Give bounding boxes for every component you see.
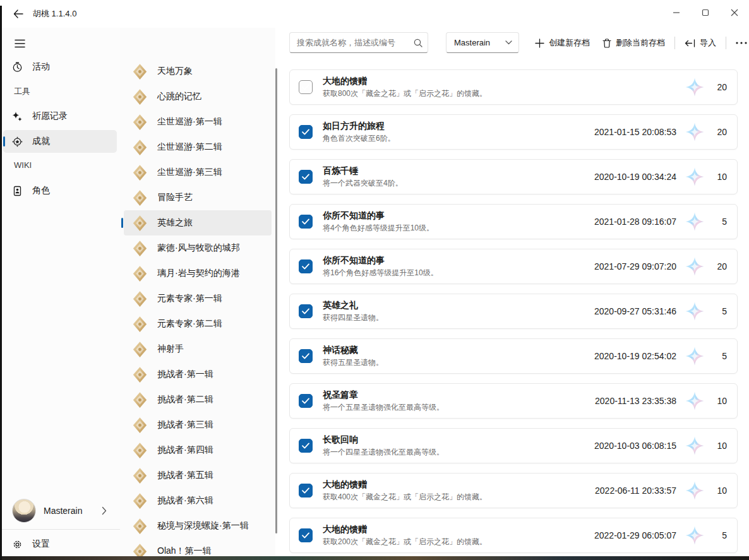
category-emblem-icon bbox=[131, 215, 148, 232]
categories-scrollbar[interactable] bbox=[275, 68, 277, 533]
achievement-checkbox[interactable] bbox=[299, 394, 313, 408]
achievement-text: 大地的馈赠 获取400次「藏金之花」或「启示之花」的馈藏。 bbox=[323, 479, 595, 503]
category-item[interactable]: 蒙德·风与牧歌的城邦 bbox=[124, 235, 272, 261]
search-input[interactable] bbox=[290, 38, 410, 47]
primogem-icon bbox=[685, 391, 704, 410]
achievement-checkbox[interactable] bbox=[299, 304, 313, 318]
category-emblem-icon bbox=[131, 518, 148, 535]
achievement-checkbox[interactable] bbox=[299, 215, 313, 229]
category-item[interactable]: 英雄之旅 bbox=[124, 210, 272, 235]
category-item[interactable]: 挑战者·第二辑 bbox=[124, 387, 272, 412]
checkmark-icon bbox=[302, 129, 309, 135]
category-item[interactable]: 挑战者·第五辑 bbox=[124, 463, 272, 488]
achievement-title: 你所不知道的事 bbox=[323, 210, 594, 222]
category-label: 挑战者·第五辑 bbox=[157, 470, 213, 481]
toolbar-separator bbox=[674, 37, 675, 49]
category-emblem-icon bbox=[131, 391, 148, 408]
category-item[interactable]: 心跳的记忆 bbox=[124, 84, 272, 109]
sidebar-item-achievements[interactable]: 成就 bbox=[3, 130, 117, 153]
search-icon[interactable] bbox=[410, 39, 425, 47]
achievement-title: 神话秘藏 bbox=[323, 344, 594, 356]
sidebar-item-characters[interactable]: 角色 bbox=[3, 179, 117, 202]
category-item[interactable]: Olah！第一辑 bbox=[124, 539, 272, 556]
chevron-down-icon bbox=[505, 40, 512, 45]
achievement-text: 大地的馈赠 获取200次「藏金之花」或「启示之花」的馈藏。 bbox=[323, 523, 594, 547]
category-item[interactable]: 挑战者·第三辑 bbox=[124, 412, 272, 438]
archive-selector[interactable]: Masterain bbox=[446, 32, 519, 53]
close-button[interactable] bbox=[720, 0, 749, 25]
sidebar-item-label: 祈愿记录 bbox=[32, 110, 68, 122]
category-item[interactable]: 神射手 bbox=[124, 337, 272, 362]
import-button[interactable]: 导入 bbox=[678, 33, 722, 53]
achievement-checkbox[interactable] bbox=[299, 484, 313, 497]
primogem-icon bbox=[685, 167, 704, 186]
sidebar-divider bbox=[0, 529, 120, 530]
category-item[interactable]: 挑战者·第六辑 bbox=[124, 488, 272, 513]
achievement-checkbox[interactable] bbox=[299, 349, 313, 363]
category-emblem-icon bbox=[131, 63, 148, 80]
primogem-icon bbox=[685, 78, 704, 97]
category-item[interactable]: 元素专家·第二辑 bbox=[124, 311, 272, 337]
achievement-desc: 将一个武器突破至4阶。 bbox=[323, 178, 594, 189]
hamburger-menu-button[interactable] bbox=[9, 34, 30, 53]
category-item[interactable]: 元素专家·第一辑 bbox=[124, 286, 272, 311]
achievement-reward: 5 bbox=[710, 530, 727, 540]
sidebar-item-activity[interactable]: 活动 bbox=[3, 56, 117, 78]
minimize-button[interactable] bbox=[662, 0, 691, 25]
achievement-title: 祝圣篇章 bbox=[323, 389, 595, 401]
category-emblem-icon bbox=[131, 366, 148, 383]
achievement-checkbox[interactable] bbox=[299, 170, 313, 184]
search-box bbox=[289, 32, 428, 53]
create-archive-button[interactable]: 创建新存档 bbox=[529, 33, 596, 53]
achievement-reward: 20 bbox=[710, 127, 727, 137]
achievement-row: 大地的馈赠 获取200次「藏金之花」或「启示之花」的馈藏。 2022-01-29… bbox=[289, 518, 738, 553]
profile-button[interactable]: Masterain bbox=[3, 494, 117, 527]
checkmark-icon bbox=[302, 174, 309, 180]
achievement-row: 你所不知道的事 将16个角色好感等级提升至10级。 2021-07-29 09:… bbox=[289, 249, 738, 284]
achievement-desc: 将一个四星圣遗物强化至最高等级。 bbox=[323, 447, 594, 458]
category-item[interactable]: 冒险手艺 bbox=[124, 185, 272, 210]
achievement-checkbox[interactable] bbox=[299, 259, 313, 273]
category-item[interactable]: 尘世巡游·第一辑 bbox=[124, 109, 272, 134]
category-label: 挑战者·第一辑 bbox=[157, 369, 213, 380]
category-item[interactable]: 尘世巡游·第二辑 bbox=[124, 134, 272, 160]
primogem-icon bbox=[685, 212, 704, 231]
category-emblem-icon bbox=[131, 442, 148, 459]
category-emblem-icon bbox=[131, 139, 148, 156]
category-label: 尘世巡游·第二辑 bbox=[157, 141, 222, 153]
maximize-icon bbox=[702, 9, 709, 16]
chevron-right-icon bbox=[102, 506, 107, 515]
category-item[interactable]: 天地万象 bbox=[124, 59, 272, 84]
checkmark-icon bbox=[302, 263, 309, 270]
achievement-date: 2022-06-11 20:33:57 bbox=[595, 486, 676, 496]
category-item[interactable]: 璃月·岩与契约的海港 bbox=[124, 261, 272, 286]
category-emblem-icon bbox=[131, 114, 148, 131]
category-item[interactable]: 挑战者·第一辑 bbox=[124, 362, 272, 387]
achievement-row: 你所不知道的事 将4个角色好感等级提升至10级。 2021-01-28 09:1… bbox=[289, 204, 738, 239]
achievement-text: 百炼千锤 将一个武器突破至4阶。 bbox=[323, 165, 594, 189]
maximize-button[interactable] bbox=[691, 0, 720, 25]
achievement-checkbox[interactable] bbox=[299, 80, 313, 94]
achievement-desc: 获取400次「藏金之花」或「启示之花」的馈藏。 bbox=[323, 492, 595, 503]
back-button[interactable] bbox=[8, 5, 29, 23]
sidebar-item-label: 角色 bbox=[32, 185, 50, 196]
category-item[interactable]: 挑战者·第四辑 bbox=[124, 438, 272, 463]
achievement-reward: 10 bbox=[710, 486, 727, 496]
achievement-checkbox[interactable] bbox=[299, 528, 313, 542]
category-item[interactable]: 秘境与深境螺旋·第一辑 bbox=[124, 513, 272, 539]
more-options-button[interactable] bbox=[729, 33, 749, 53]
achievement-reward: 5 bbox=[710, 217, 727, 227]
category-emblem-icon bbox=[131, 88, 148, 105]
settings-button[interactable]: 设置 bbox=[3, 533, 117, 555]
character-card-icon bbox=[12, 186, 23, 196]
checkmark-icon bbox=[302, 487, 309, 494]
sidebar-item-wish-history[interactable]: 祈愿记录 bbox=[3, 105, 117, 128]
achievement-desc: 将16个角色好感等级提升至10级。 bbox=[323, 268, 594, 278]
achievement-checkbox[interactable] bbox=[299, 439, 313, 453]
achievement-checkbox[interactable] bbox=[299, 125, 313, 139]
delete-archive-button[interactable]: 删除当前存档 bbox=[596, 33, 671, 53]
import-label: 导入 bbox=[700, 37, 716, 49]
category-label: 元素专家·第二辑 bbox=[157, 318, 222, 330]
category-item[interactable]: 尘世巡游·第三辑 bbox=[124, 160, 272, 185]
achievement-reward: 5 bbox=[710, 351, 727, 361]
